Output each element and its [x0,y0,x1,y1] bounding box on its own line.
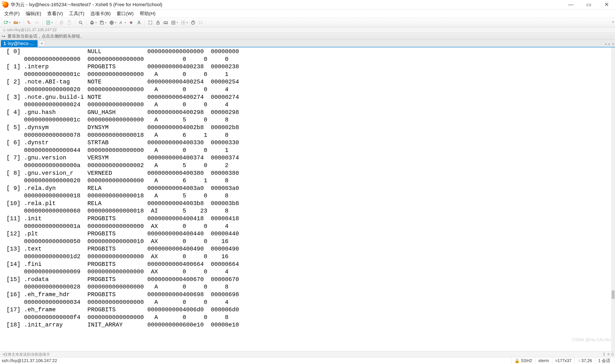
status-connection: ssh://lxy@121.37.106.247:22 [2,358,511,363]
session-hint-text: 要添加当前会话，点击左侧的箭头按钮。 [7,33,84,39]
status-size-icon: ⌗ [555,358,558,363]
watermark: CSDN @Ha CAI.NU [572,337,611,342]
status-sessions: 1 会话 [595,357,613,364]
reconnect-icon[interactable] [26,19,33,26]
new-session-icon[interactable] [2,19,9,26]
svg-rect-4 [60,22,62,24]
menu-edit[interactable]: 编辑(E) [24,10,42,18]
save-icon[interactable] [98,19,105,26]
svg-rect-23 [182,23,183,24]
svg-point-1 [28,21,29,22]
tab-label: lxy@hecs-... [8,41,34,46]
compose-bar-text: 仅将文本发送到当前选项卡 [4,352,50,357]
disconnect-icon[interactable] [34,19,40,26]
session-hint-bar: ↪ 要添加当前会话，点击左侧的箭头按钮。 [0,33,615,40]
color-icon[interactable] [128,19,135,26]
minimize-button[interactable]: — [567,1,575,9]
lock-icon[interactable] [155,19,161,26]
menubar: 文件(F) 编辑(E) 查看(V) 工具(T) 选项卡(B) 窗口(W) 帮助(… [0,9,615,18]
status-protocol: SSH2 [521,358,532,363]
menu-tab[interactable]: 选项卡(B) [89,10,112,18]
tile-icon[interactable] [180,19,187,26]
toolbar: ▾ ▾ ▾ ▾ ▾ ▾ A▾ ▾ ▾ ▾ [0,18,615,27]
add-session-arrow-icon[interactable]: ↪ [2,34,5,39]
address-text[interactable]: ssh://lxy@121.37.106.247:22 [7,28,57,32]
terminal-pane[interactable]: [ 0] NULL 0000000000000000 00000000 0000… [0,47,615,351]
svg-point-7 [79,21,81,23]
menu-help[interactable]: 帮助(H) [138,10,157,18]
status-cursor: 37,26 [581,358,592,363]
address-bar: ⛓ ssh://lxy@121.37.106.247:22 [0,27,615,33]
window-controls: — ▭ ✕ [567,1,611,9]
font-icon[interactable]: A [118,19,125,26]
svg-point-16 [130,22,132,24]
svg-rect-21 [182,21,183,22]
compose-bar: ▪ 仅将文本发送到当前选项卡 ↧≡⎙ [0,351,615,357]
add-icon[interactable] [170,19,177,26]
user-icon[interactable] [136,19,142,26]
chat-icon[interactable] [197,19,204,26]
link-icon: ⛓ [2,29,6,32]
maximize-button[interactable]: ▭ [585,1,593,9]
svg-text:A: A [119,21,122,24]
paste-icon[interactable] [66,19,73,26]
properties-icon[interactable] [45,19,52,26]
close-button[interactable]: ✕ [603,1,611,9]
status-lock-icon: 🔒 [514,358,520,363]
svg-rect-0 [4,21,7,24]
compose-bar-icons[interactable]: ↧≡⎙ [602,352,614,357]
app-logo-icon [2,2,9,8]
scrollbar-thumb[interactable] [612,290,615,299]
svg-rect-11 [101,21,102,22]
status-termtype: xterm [535,357,552,364]
status-cursor-icon: ⁘ [578,358,581,363]
tab-active[interactable]: 1 lxy@hecs-... [1,40,38,47]
fullscreen-icon[interactable] [147,19,154,26]
svg-rect-9 [91,21,93,22]
print-icon[interactable] [89,19,95,26]
terminal-output: [ 0] NULL 0000000000000000 00000000 0000… [0,47,615,329]
menu-window[interactable]: 窗口(W) [115,10,135,18]
svg-rect-19 [164,22,168,24]
svg-rect-18 [157,22,159,24]
new-tab-button[interactable]: + [39,40,45,47]
status-size: 177x37 [558,358,572,363]
window-title: 华为云 - lxy@hecs-165234:~/test/test7 - Xsh… [11,1,567,8]
titlebar: 华为云 - lxy@hecs-165234:~/test/test7 - Xsh… [0,0,615,9]
svg-rect-3 [61,21,63,24]
menu-tools[interactable]: 工具(T) [68,10,86,18]
svg-rect-24 [183,23,185,24]
tab-strip-overflow[interactable]: ◂▸▾ [605,42,614,46]
open-folder-icon[interactable] [12,19,19,26]
scrollbar[interactable] [611,47,615,351]
status-bar: ssh://lxy@121.37.106.247:22 🔒 SSH2 xterm… [0,357,615,364]
help-icon[interactable] [190,19,197,26]
globe-icon[interactable] [108,19,115,26]
tab-number: 1 [3,41,6,46]
tab-strip: 1 lxy@hecs-... + ◂▸▾ [0,40,615,47]
svg-rect-22 [183,21,185,22]
keyboard-icon[interactable] [162,19,169,26]
search-icon[interactable] [77,19,84,26]
toolbar-overflow-icon[interactable]: ▾ [613,21,614,24]
svg-point-17 [138,21,140,22]
menu-view[interactable]: 查看(V) [46,10,64,18]
menu-file[interactable]: 文件(F) [3,10,21,18]
copy-icon[interactable] [58,19,65,26]
